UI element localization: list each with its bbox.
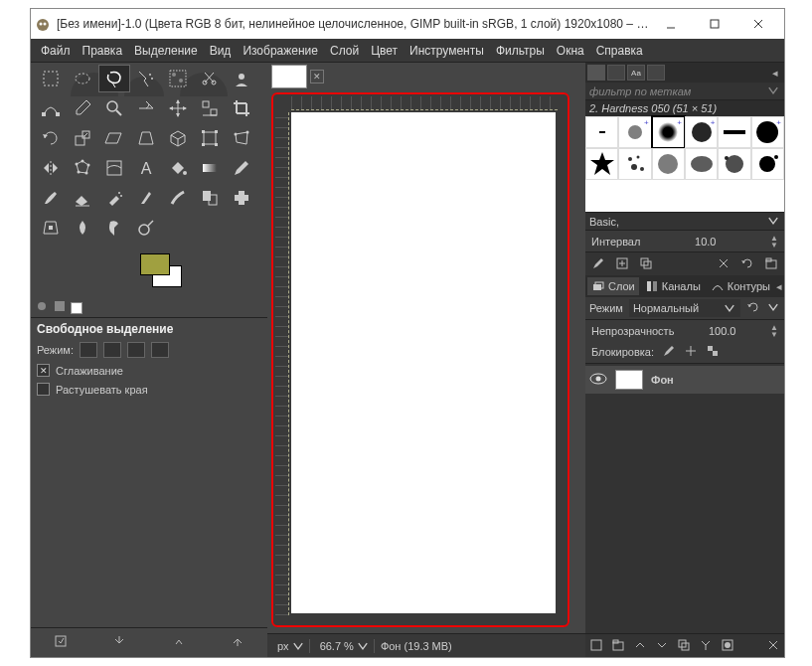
tool-rect-select[interactable] bbox=[35, 65, 67, 92]
save-options-icon[interactable] bbox=[54, 634, 68, 652]
tool-ellipse-select[interactable] bbox=[67, 65, 98, 92]
tool-mypaint-brush[interactable] bbox=[162, 184, 194, 212]
image-tab[interactable] bbox=[271, 65, 307, 88]
brush-preset-select[interactable]: Basic, bbox=[585, 212, 784, 230]
tool-rotate[interactable] bbox=[35, 124, 67, 152]
lock-alpha-icon[interactable] bbox=[706, 344, 720, 360]
tool-foreground-select[interactable] bbox=[226, 65, 257, 92]
channels-tab[interactable]: Каналы bbox=[641, 277, 705, 295]
brush-indicator[interactable] bbox=[35, 299, 49, 317]
layer-down-icon[interactable] bbox=[655, 638, 669, 654]
zoom-selector[interactable]: 66.7 % bbox=[316, 639, 375, 653]
ruler-horizontal[interactable] bbox=[291, 96, 558, 110]
brush-soft-075[interactable]: + bbox=[685, 116, 718, 148]
menu-filters[interactable]: Фильтры bbox=[490, 44, 551, 58]
menu-color[interactable]: Цвет bbox=[365, 44, 404, 58]
minimize-button[interactable] bbox=[649, 10, 693, 38]
tool-3d-transform[interactable] bbox=[162, 124, 194, 152]
layer-mask-icon[interactable] bbox=[721, 638, 734, 654]
layer-merge-icon[interactable] bbox=[699, 638, 713, 654]
layers-tab[interactable]: Слои bbox=[587, 277, 639, 295]
tool-shear[interactable] bbox=[98, 124, 130, 152]
paths-tab[interactable]: Контуры bbox=[707, 277, 774, 295]
tool-gradient[interactable] bbox=[194, 154, 226, 182]
tool-measure[interactable] bbox=[130, 94, 162, 122]
opacity-slider[interactable]: Непрозрачность 100.0 ▲▼ bbox=[585, 319, 784, 341]
brush-filter[interactable]: фильтр по меткам bbox=[585, 83, 784, 100]
maximize-button[interactable] bbox=[693, 10, 736, 38]
brush-splat3[interactable] bbox=[751, 148, 784, 180]
layer-delete-icon[interactable] bbox=[766, 638, 780, 654]
brush-delete-icon[interactable] bbox=[717, 256, 731, 272]
brush-new-icon[interactable] bbox=[615, 256, 629, 272]
tool-scissors[interactable] bbox=[194, 65, 226, 92]
tool-fuzzy-select[interactable] bbox=[130, 65, 162, 92]
layer-duplicate-icon[interactable] bbox=[677, 638, 691, 654]
layer-item[interactable]: Фон bbox=[585, 366, 784, 394]
menu-select[interactable]: Выделение bbox=[128, 44, 204, 58]
mode-intersect[interactable] bbox=[151, 342, 169, 358]
menu-layer[interactable]: Слой bbox=[324, 44, 365, 58]
menu-tools[interactable]: Инструменты bbox=[404, 44, 490, 58]
tool-flip[interactable] bbox=[35, 154, 67, 182]
menu-edit[interactable]: Правка bbox=[77, 44, 129, 58]
tool-color-picker[interactable] bbox=[67, 94, 98, 122]
brush-pixel[interactable] bbox=[585, 116, 618, 148]
brush-hard-round[interactable]: + bbox=[751, 116, 784, 148]
menu-file[interactable]: Файл bbox=[35, 44, 77, 58]
tool-heal[interactable] bbox=[226, 184, 257, 212]
menu-windows[interactable]: Окна bbox=[551, 44, 590, 58]
tool-smudge[interactable] bbox=[98, 214, 130, 242]
menu-view[interactable]: Вид bbox=[204, 44, 238, 58]
feather-checkbox[interactable] bbox=[37, 383, 50, 396]
close-button[interactable] bbox=[736, 10, 780, 38]
tool-dodge-burn[interactable] bbox=[130, 214, 162, 242]
brush-splat2[interactable] bbox=[718, 148, 750, 180]
tool-scale[interactable] bbox=[67, 124, 98, 152]
mode-subtract[interactable] bbox=[127, 342, 145, 358]
visibility-icon[interactable] bbox=[589, 372, 607, 388]
brush-duplicate-icon[interactable] bbox=[639, 256, 653, 272]
tool-ink[interactable] bbox=[130, 184, 162, 212]
brush-soft-050[interactable]: + bbox=[652, 116, 685, 148]
tool-paintbrush[interactable] bbox=[35, 184, 67, 212]
tool-bucket-fill[interactable] bbox=[162, 154, 194, 182]
lock-pixels-icon[interactable] bbox=[662, 344, 676, 360]
tool-crop[interactable] bbox=[226, 94, 257, 122]
lock-position-icon[interactable] bbox=[684, 344, 698, 360]
layer-mode-reset-icon[interactable] bbox=[746, 300, 760, 316]
ruler-vertical[interactable] bbox=[275, 112, 289, 615]
gradient-indicator[interactable] bbox=[71, 302, 82, 314]
mode-replace[interactable] bbox=[80, 342, 97, 358]
brush-hard-line[interactable] bbox=[718, 116, 750, 148]
brush-splat1[interactable] bbox=[618, 148, 651, 180]
layers-dock-menu-icon[interactable]: ◂ bbox=[776, 280, 782, 293]
tool-perspective[interactable] bbox=[130, 124, 162, 152]
tool-perspective-clone[interactable] bbox=[35, 214, 67, 242]
brush-edit-icon[interactable] bbox=[591, 256, 605, 272]
tool-blur[interactable] bbox=[67, 214, 98, 242]
tool-zoom[interactable] bbox=[98, 94, 130, 122]
dock-menu-icon[interactable]: ◂ bbox=[768, 67, 782, 80]
brush-refresh-icon[interactable] bbox=[740, 256, 754, 272]
tool-unified-transform[interactable] bbox=[194, 124, 226, 152]
brush-star[interactable] bbox=[585, 148, 618, 180]
reset-options-icon[interactable] bbox=[231, 634, 244, 652]
tool-by-color-select[interactable] bbox=[162, 65, 194, 92]
layer-name[interactable]: Фон bbox=[651, 374, 674, 386]
tool-cage[interactable] bbox=[67, 154, 98, 182]
menu-image[interactable]: Изображение bbox=[237, 44, 324, 58]
brush-soft-small[interactable]: + bbox=[618, 116, 651, 148]
tool-clone[interactable] bbox=[194, 184, 226, 212]
tool-free-select[interactable] bbox=[98, 65, 130, 92]
layer-new-icon[interactable] bbox=[589, 638, 603, 654]
restore-options-icon[interactable] bbox=[112, 634, 126, 652]
mode-add[interactable] bbox=[103, 342, 121, 358]
tab-close-icon[interactable]: ✕ bbox=[310, 70, 324, 83]
layer-mode-select[interactable]: Нормальный bbox=[629, 299, 740, 317]
foreground-color[interactable] bbox=[140, 253, 170, 275]
tool-handle-transform[interactable] bbox=[226, 124, 257, 152]
tool-text[interactable]: A bbox=[130, 154, 162, 182]
canvas[interactable] bbox=[291, 112, 556, 613]
spacing-slider[interactable]: Интервал 10.0 ▲▼ bbox=[585, 230, 784, 251]
